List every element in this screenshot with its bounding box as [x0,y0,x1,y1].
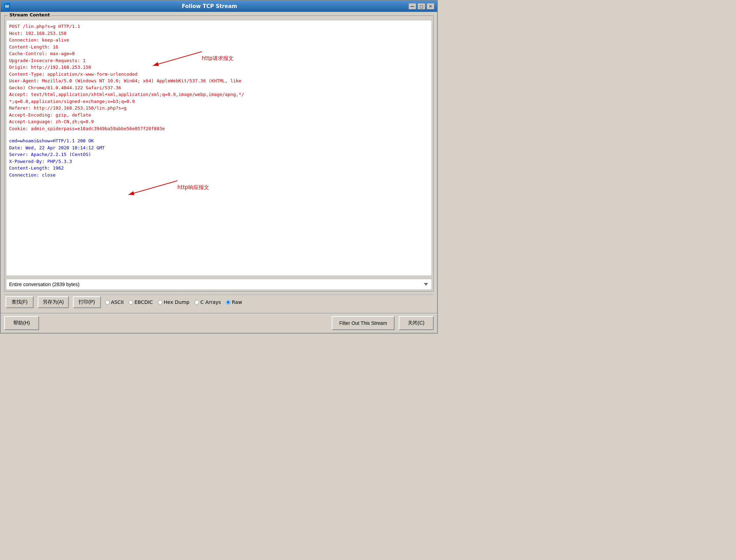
carrays-radio-label[interactable]: C Arrays [194,299,221,305]
raw-radio-label[interactable]: Raw [226,299,242,305]
window-controls: — □ ✕ [409,3,434,9]
response-annotation-container: http响应报文 [177,184,209,191]
print-button[interactable]: 打印(P) [73,296,101,308]
stream-content-group: Stream Content POST /lin.php?s=g HTTP/1.… [4,15,434,292]
close-button[interactable]: ✕ [427,3,434,9]
carrays-label: C Arrays [200,299,221,305]
ascii-radio-label[interactable]: ASCII [105,299,124,305]
window-body: Stream Content POST /lin.php?s=g HTTP/1.… [1,12,437,313]
svg-text:W: W [5,4,9,9]
toolbar-row: 查找(F) 另存为(A) 打印(P) ASCII EBCDIC Hex Dump [4,294,434,309]
stream-content-area[interactable]: POST /lin.php?s=g HTTP/1.1 Host: 192.168… [6,20,432,276]
request-text-block: POST /lin.php?s=g HTTP/1.1 Host: 192.168… [9,23,429,132]
response-content: cmd=whoami&show=HTTP/1.1 200 OK Date: We… [9,137,429,178]
save-button[interactable]: 另存为(A) [38,296,69,308]
ebcdic-label: EBCDIC [134,299,153,305]
ascii-label: ASCII [111,299,124,305]
response-text-block: cmd=whoami&show=HTTP/1.1 200 OK Date: We… [9,137,429,178]
group-label: Stream Content [8,12,51,17]
minimize-button[interactable]: — [409,3,416,9]
maximize-button[interactable]: □ [418,3,425,9]
format-radio-group: ASCII EBCDIC Hex Dump C Arrays Raw [105,299,432,305]
request-content: POST /lin.php?s=g HTTP/1.1 Host: 192.168… [9,23,429,132]
response-annotation-label: http响应报文 [177,184,209,191]
ebcdic-radio[interactable] [128,300,133,305]
bottom-right-buttons: Filter Out This Stream 关闭(C) [332,316,434,330]
dropdown-row: Entire conversation (2839 bytes) [5,277,433,291]
filter-out-button[interactable]: Filter Out This Stream [332,316,395,330]
hexdump-radio-label[interactable]: Hex Dump [158,299,190,305]
main-window: W Follow TCP Stream — □ ✕ Stream Content… [0,0,438,334]
app-icon: W [3,3,10,10]
conversation-dropdown[interactable]: Entire conversation (2839 bytes) [6,279,432,290]
bottom-bar: 帮助(H) Filter Out This Stream 关闭(C) [1,313,437,333]
hexdump-label: Hex Dump [164,299,190,305]
close-button-bottom[interactable]: 关闭(C) [399,316,434,330]
ebcdic-radio-label[interactable]: EBCDIC [128,299,153,305]
title-bar: W Follow TCP Stream — □ ✕ [1,1,437,12]
raw-radio[interactable] [226,300,230,305]
svg-line-5 [128,181,177,195]
help-button[interactable]: 帮助(H) [4,316,39,330]
find-button[interactable]: 查找(F) [6,296,34,308]
title-bar-left: W [3,3,10,10]
ascii-radio[interactable] [105,300,110,305]
hexdump-radio[interactable] [158,300,162,305]
raw-label: Raw [232,299,242,305]
window-title: Follow TCP Stream [10,3,409,9]
response-arrow-svg [125,177,181,198]
carrays-radio[interactable] [194,300,199,305]
